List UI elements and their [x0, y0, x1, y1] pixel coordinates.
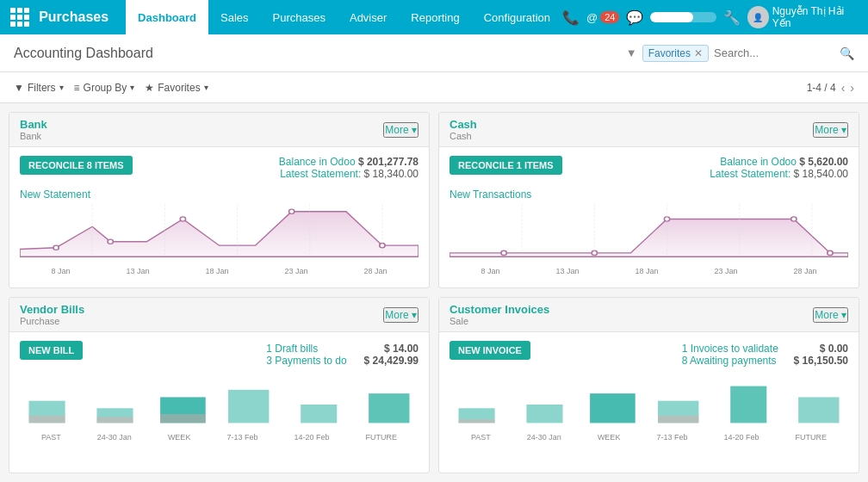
apps-menu-button[interactable] [7, 4, 32, 30]
cash-action-row: RECONCILE 1 ITEMS Balance in Odoo $ 5,62… [450, 156, 848, 180]
vendor-bills-chart: PAST 24-30 Jan WEEK 7-13 Feb 14-20 Feb F… [20, 379, 418, 464]
dashboard-grid: Bank Bank More ▾ RECONCILE 8 ITEMS Balan… [0, 103, 868, 482]
bank-statement-label: Latest Statement: [280, 168, 361, 180]
new-invoice-button[interactable]: NEW INVOICE [450, 341, 530, 360]
payments-value: $ 24,429.99 [364, 355, 418, 367]
page-title: Accounting Dashboard [14, 46, 626, 61]
next-page-button[interactable]: › [850, 81, 854, 95]
payments-label[interactable]: 3 Payments to do [266, 355, 346, 367]
cash-card: Cash Cash More ▾ RECONCILE 1 ITEMS Balan… [438, 112, 859, 288]
wrench-icon[interactable]: 🔧 [723, 9, 741, 26]
vendor-bills-card: Vendor Bills Purchase More ▾ NEW BILL 1 … [9, 297, 430, 473]
awaiting-payments-label[interactable]: 8 Awaiting payments [682, 355, 777, 367]
bank-reconcile-button[interactable]: RECONCILE 8 ITEMS [20, 156, 133, 175]
svg-point-3 [180, 217, 185, 221]
svg-marker-0 [20, 212, 418, 257]
groupby-label: Group By [84, 82, 127, 94]
user-name: Nguyễn Thị Hải Yến [772, 5, 861, 29]
cash-date-1: 8 Jan [480, 267, 499, 275]
bank-chart-labels: 8 Jan 13 Jan 18 Jan 23 Jan 28 Jan [20, 267, 418, 275]
favorites-button[interactable]: ★ Favorites ▾ [145, 82, 208, 94]
bank-new-statement-link[interactable]: New Statement [20, 188, 418, 201]
new-bill-button[interactable]: NEW BILL [20, 341, 83, 360]
groupby-icon: ≡ [74, 82, 80, 94]
nav-dashboard[interactable]: Dashboard [126, 0, 208, 34]
filter-bar: ▼ Filters ▾ ≡ Group By ▾ ★ Favorites ▾ 1… [0, 72, 868, 103]
cash-date-3: 18 Jan [635, 267, 658, 275]
svg-rect-37 [459, 419, 495, 423]
bank-date-3: 18 Jan [205, 267, 228, 275]
phone-icon[interactable]: 📞 [562, 9, 580, 26]
invoices-validate-label[interactable]: 1 Invoices to validate [682, 343, 778, 355]
cash-more-button[interactable]: More ▾ [813, 122, 848, 138]
bank-card: Bank Bank More ▾ RECONCILE 8 ITEMS Balan… [9, 112, 430, 288]
filter-tag[interactable]: Favorites ✕ [642, 45, 709, 62]
vendor-bills-title: Vendor Bills [20, 303, 84, 316]
filters-button[interactable]: ▼ Filters ▾ [14, 82, 64, 94]
bank-balance-label: Balance in Odoo [279, 156, 356, 168]
vendor-bills-stats: 1 Draft bills $ 14.00 3 Payments to do $… [266, 343, 418, 367]
nav-purchases[interactable]: Purchases [261, 0, 338, 34]
nav-adviser[interactable]: Adviser [338, 0, 399, 34]
vb-date-3: 7-13 Feb [226, 433, 257, 442]
vendor-bills-chart-labels: PAST 24-30 Jan WEEK 7-13 Feb 14-20 Feb F… [20, 433, 418, 442]
nav-sales[interactable]: Sales [208, 0, 261, 34]
cash-balance-label: Balance in Odoo [720, 156, 797, 168]
customer-invoices-card: Customer Invoices Sale More ▾ NEW INVOIC… [438, 297, 859, 473]
groupby-button[interactable]: ≡ Group By ▾ [74, 82, 135, 94]
svg-rect-28 [29, 416, 65, 423]
nav-configuration[interactable]: Configuration [472, 0, 562, 34]
svg-rect-32 [526, 405, 562, 423]
vendor-bills-subtitle: Purchase [20, 316, 84, 326]
cash-balance-info: Balance in Odoo $ 5,620.00 Latest Statem… [710, 156, 848, 180]
svg-marker-11 [450, 219, 848, 257]
draft-bills-label[interactable]: 1 Draft bills [266, 343, 318, 355]
filter-remove[interactable]: ✕ [694, 47, 703, 59]
badge-count: 24 [600, 11, 619, 23]
message-badge[interactable]: @ 24 [586, 11, 619, 24]
svg-rect-26 [301, 405, 337, 423]
svg-point-15 [791, 217, 797, 221]
svg-rect-25 [228, 390, 269, 423]
user-menu[interactable]: 👤 Nguyễn Thị Hải Yến [747, 5, 861, 29]
nav-menu: Dashboard Sales Purchases Adviser Report… [126, 0, 562, 34]
pagination-info: 1-4 / 4 [807, 82, 836, 94]
favorites-label: Favorites [158, 82, 200, 94]
svg-rect-29 [96, 417, 133, 423]
bank-date-1: 8 Jan [51, 267, 70, 275]
filters-arrow: ▾ [59, 83, 64, 92]
bank-more-button[interactable]: More ▾ [383, 122, 418, 138]
ci-date-5: FUTURE [795, 433, 827, 442]
svg-point-16 [828, 250, 833, 255]
nav-reporting[interactable]: Reporting [399, 0, 471, 34]
bank-action-row: RECONCILE 8 ITEMS Balance in Odoo $ 201,… [20, 156, 418, 180]
pagination: 1-4 / 4 ‹ › [807, 81, 854, 95]
chat-icon[interactable]: 💬 [626, 9, 643, 26]
secondary-bar: Accounting Dashboard ▼ Favorites ✕ 🔍 [0, 34, 868, 72]
bank-date-4: 23 Jan [284, 267, 307, 275]
customer-invoices-chart: PAST 24-30 Jan WEEK 7-13 Feb 14-20 Feb F… [450, 379, 848, 464]
bank-chart: 8 Jan 13 Jan 18 Jan 23 Jan 28 Jan [20, 204, 418, 279]
bank-date-2: 13 Jan [126, 267, 149, 275]
search-button[interactable]: 🔍 [840, 46, 854, 60]
cash-balance-value: $ 5,620.00 [799, 156, 848, 168]
search-input[interactable] [714, 46, 834, 59]
bank-card-body: RECONCILE 8 ITEMS Balance in Odoo $ 201,… [9, 147, 429, 287]
cash-new-transactions-link[interactable]: New Transactions [450, 188, 848, 201]
app-title: Purchases [39, 9, 108, 25]
svg-rect-35 [730, 386, 766, 423]
cash-chart-labels: 8 Jan 13 Jan 18 Jan 23 Jan 28 Jan [450, 267, 848, 275]
svg-rect-38 [658, 416, 698, 423]
vendor-bills-action-row: NEW BILL 1 Draft bills $ 14.00 3 Payment… [20, 341, 418, 367]
bank-balance-info: Balance in Odoo $ 201,277.78 Latest Stat… [279, 156, 418, 180]
vendor-bills-more-button[interactable]: More ▾ [383, 307, 418, 323]
prev-page-button[interactable]: ‹ [841, 81, 846, 95]
vb-date-2: WEEK [168, 433, 191, 442]
customer-invoices-more-button[interactable]: More ▾ [813, 307, 848, 323]
cash-date-4: 23 Jan [714, 267, 737, 275]
vb-date-1: 24-30 Jan [97, 433, 132, 442]
cash-reconcile-button[interactable]: RECONCILE 1 ITEMS [450, 156, 562, 175]
svg-point-4 [289, 209, 294, 213]
ci-date-3: 7-13 Feb [656, 433, 687, 442]
stat-draft-bills: 1 Draft bills $ 14.00 [266, 343, 418, 355]
